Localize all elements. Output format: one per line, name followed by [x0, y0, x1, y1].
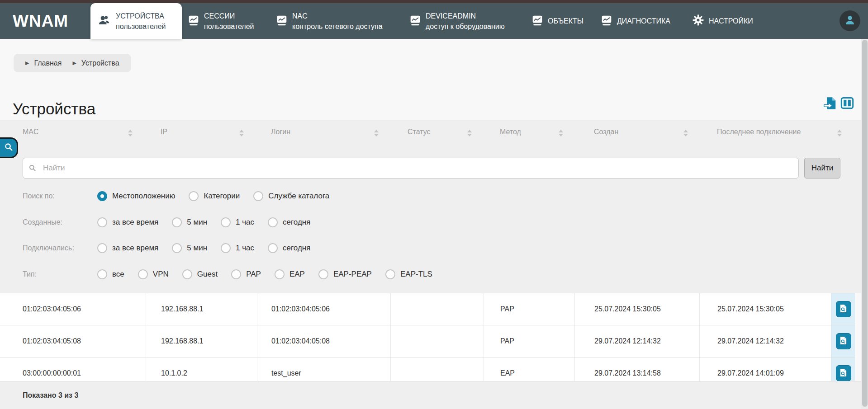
- radio-icon: [97, 269, 107, 279]
- radio-label: Категории: [204, 192, 240, 201]
- sort-icon[interactable]: [239, 130, 244, 136]
- radio-icon: [268, 217, 278, 227]
- nav-tab-nac[interactable]: NAC контроль сетевого доступа: [276, 3, 383, 39]
- breadcrumb-item-devices[interactable]: ▶ Устройства: [72, 59, 119, 67]
- radio-label: EAP-PEAP: [333, 270, 372, 279]
- radio-option-today[interactable]: сегодня: [268, 217, 310, 227]
- nav-tab-subtitle: контроль сетевого доступа: [292, 21, 383, 32]
- nav-tab-devices[interactable]: УСТРОЙСТВА пользователей: [90, 3, 182, 39]
- table-footer: Показано 3 из 3: [0, 381, 868, 409]
- radio-label: PAP: [246, 270, 261, 279]
- radio-option-guest[interactable]: Guest: [182, 269, 218, 279]
- radio-option-all-time[interactable]: за все время: [97, 243, 158, 253]
- column-header-created[interactable]: Создан: [594, 128, 618, 138]
- monitor-icon: [276, 14, 288, 28]
- nav-tab-subtitle: пользователей: [116, 21, 166, 32]
- results-count-text: Показано 3 из 3: [23, 391, 78, 400]
- nav-tab-title: УСТРОЙСТВА: [116, 11, 166, 21]
- filter-label: Созданные:: [23, 218, 97, 226]
- search-panel-toggle[interactable]: [0, 137, 18, 158]
- radio-label: Местоположению: [112, 192, 175, 201]
- cell-method: PAP: [484, 325, 574, 357]
- view-details-button[interactable]: [836, 333, 851, 349]
- sort-icon[interactable]: [683, 130, 688, 136]
- radio-option-all[interactable]: все: [97, 269, 124, 279]
- users-icon: [98, 14, 111, 29]
- radio-icon: [231, 269, 241, 279]
- radio-label: Службе каталога: [268, 192, 329, 201]
- radio-option-location[interactable]: Местоположению: [97, 191, 175, 201]
- radio-option-1hour[interactable]: 1 час: [221, 243, 254, 253]
- radio-icon: [189, 191, 199, 201]
- radio-option-5min[interactable]: 5 мин: [172, 243, 207, 253]
- nav-tab-deviceadmin[interactable]: DEVICEADMIN доступ к оборудованию: [409, 3, 505, 39]
- nav-tab-sessions[interactable]: СЕССИИ пользователей: [188, 3, 254, 39]
- radio-option-category[interactable]: Категории: [189, 191, 240, 201]
- nav-tab-subtitle: доступ к оборудованию: [426, 21, 505, 32]
- column-header-login[interactable]: Логин: [271, 128, 290, 138]
- columns-button[interactable]: [840, 97, 855, 110]
- radio-option-5min[interactable]: 5 мин: [172, 217, 207, 227]
- nav-tab-settings[interactable]: НАСТРОЙКИ: [692, 3, 753, 39]
- radio-icon: [172, 217, 182, 227]
- document-search-icon: [840, 336, 847, 346]
- sort-icon[interactable]: [467, 130, 472, 136]
- column-header-method[interactable]: Метод: [500, 128, 521, 138]
- radio-option-vpn[interactable]: VPN: [138, 269, 169, 279]
- radio-icon: [172, 243, 182, 253]
- radio-icon: [97, 243, 107, 253]
- filter-label: Подключались:: [23, 244, 97, 252]
- radio-label: сегодня: [283, 218, 310, 227]
- person-icon: [844, 14, 856, 28]
- radio-icon: [221, 217, 231, 227]
- top-navigation: WNAM УСТРОЙСТВА пользователей: [0, 3, 868, 39]
- search-input[interactable]: [23, 158, 799, 179]
- monitor-icon: [188, 14, 199, 28]
- scrollbar-thumb[interactable]: [862, 40, 868, 407]
- sort-icon[interactable]: [374, 130, 379, 136]
- cell-status: [390, 325, 484, 357]
- radio-option-pap[interactable]: PAP: [231, 269, 261, 279]
- user-avatar-button[interactable]: [840, 10, 860, 31]
- filter-label: Тип:: [23, 270, 97, 278]
- cell-status: [390, 293, 484, 325]
- monitor-icon: [601, 14, 612, 28]
- sort-icon[interactable]: [837, 130, 842, 136]
- export-button[interactable]: [823, 97, 838, 110]
- breadcrumb-label: Устройства: [81, 59, 119, 67]
- radio-label: все: [112, 270, 124, 279]
- filter-row-created: Созданные: за все время 5 мин 1 час сего…: [23, 216, 310, 229]
- sort-icon[interactable]: [128, 130, 133, 136]
- nav-tab-title: НАСТРОЙКИ: [709, 16, 753, 26]
- nav-tab-objects[interactable]: ОБЪЕКТЫ: [531, 3, 583, 39]
- radio-option-eap-tls[interactable]: EAP-TLS: [385, 269, 432, 279]
- table-row: 01:02:03:04:05:08 192.168.88.1 01:02:03:…: [0, 325, 855, 357]
- search-submit-button[interactable]: Найти: [804, 158, 840, 179]
- radio-icon: [97, 191, 107, 201]
- radio-option-today[interactable]: сегодня: [268, 243, 310, 253]
- radio-option-eap-peap[interactable]: EAP-PEAP: [318, 269, 372, 279]
- column-header-ip[interactable]: IP: [161, 128, 167, 138]
- radio-option-directory-service[interactable]: Службе каталога: [253, 191, 329, 201]
- radio-label: за все время: [112, 218, 158, 227]
- breadcrumb-item-home[interactable]: ▶ Главная: [25, 59, 62, 67]
- radio-option-all-time[interactable]: за все время: [97, 217, 158, 227]
- cell-last-connection: 25.07.2024 15:30:05: [699, 293, 831, 325]
- radio-icon: [138, 269, 148, 279]
- view-details-button[interactable]: [836, 301, 851, 317]
- view-details-button[interactable]: [836, 365, 851, 381]
- radio-option-1hour[interactable]: 1 час: [221, 217, 254, 227]
- radio-icon: [385, 269, 395, 279]
- breadcrumb-label: Главная: [34, 59, 62, 67]
- radio-label: EAP-TLS: [400, 270, 432, 279]
- sort-icon[interactable]: [558, 130, 564, 136]
- nav-tab-diagnostics[interactable]: ДИАГНОСТИКА: [601, 3, 670, 39]
- radio-option-eap[interactable]: EAP: [275, 269, 305, 279]
- column-header-last-connection[interactable]: Последнее подключение: [717, 128, 801, 138]
- filter-row-connected: Подключались: за все время 5 мин 1 час с…: [23, 241, 310, 255]
- monitor-icon: [531, 14, 543, 28]
- cell-actions: [831, 293, 855, 325]
- column-header-status[interactable]: Статус: [408, 128, 431, 138]
- column-header-mac[interactable]: MAC: [23, 128, 39, 138]
- page-scrollbar[interactable]: [861, 39, 868, 409]
